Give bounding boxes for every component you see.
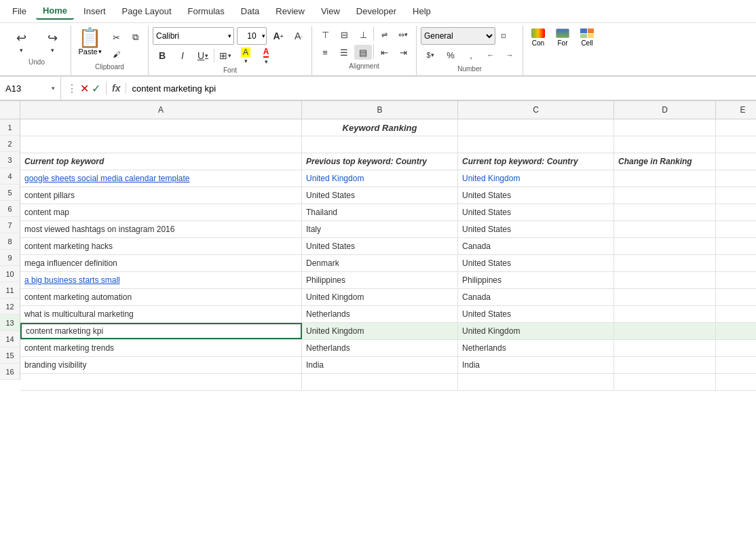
cell-c14[interactable]: Netherlands <box>458 340 614 356</box>
cell-c16[interactable] <box>458 374 614 390</box>
font-name-input[interactable] <box>153 27 234 45</box>
col-header-d[interactable]: D <box>614 101 716 119</box>
number-format-select[interactable]: General <box>421 27 495 45</box>
row-header-3[interactable]: 3 <box>0 152 20 168</box>
cell-a9[interactable]: mega influencer definition <box>20 255 302 271</box>
cell-d12[interactable] <box>614 306 716 322</box>
cell-a6[interactable]: content map <box>20 204 302 220</box>
cell-b2[interactable] <box>302 136 458 153</box>
cell-a8[interactable]: content marketing hacks <box>20 238 302 254</box>
conditional-formatting-button[interactable]: Con <box>527 27 549 48</box>
menu-developer[interactable]: Developer <box>349 3 403 19</box>
cell-e12[interactable] <box>716 306 756 322</box>
cell-a14[interactable]: content marketing trends <box>20 340 302 356</box>
cell-c13[interactable]: United Kingdom <box>458 323 614 339</box>
cell-a13[interactable]: content marketing kpi <box>20 323 302 339</box>
cell-c9[interactable]: United States <box>458 255 614 271</box>
cell-d3[interactable]: Change in Ranking <box>614 153 716 170</box>
border-dropdown-arrow[interactable]: ▾ <box>228 52 231 59</box>
row-header-1[interactable]: 1 <box>0 119 20 136</box>
font-color-dropdown-arrow[interactable]: ▾ <box>265 58 268 65</box>
menu-formulas[interactable]: Formulas <box>181 3 231 19</box>
row-header-6[interactable]: 6 <box>0 201 20 217</box>
bold-button[interactable]: B <box>153 47 172 64</box>
cell-c7[interactable]: United States <box>458 221 614 237</box>
undo-dropdown-arrow[interactable]: ▾ <box>20 47 23 54</box>
col-header-e[interactable]: E <box>716 101 756 119</box>
percent-button[interactable]: % <box>441 47 460 62</box>
cell-a16[interactable] <box>20 374 302 390</box>
menu-help[interactable]: Help <box>406 3 438 19</box>
align-bottom-button[interactable]: ⊥ <box>354 27 372 42</box>
cell-d9[interactable] <box>614 255 716 271</box>
cell-e15[interactable] <box>716 357 756 373</box>
align-center-button[interactable]: ☰ <box>335 45 353 60</box>
cell-a10[interactable]: a big business starts small <box>20 272 302 288</box>
merge-dropdown-arrow[interactable]: ▾ <box>404 31 408 38</box>
cell-d1[interactable] <box>614 119 716 136</box>
wrap-text-button[interactable]: ⇌ <box>375 27 393 42</box>
cell-reference-box[interactable]: A13 ▾ <box>0 77 61 100</box>
accounting-button[interactable]: $ ▾ <box>421 47 440 62</box>
cell-a3[interactable]: Current top keyword <box>20 153 302 170</box>
cell-b6[interactable]: Thailand <box>302 204 458 220</box>
cell-b11[interactable]: United Kingdom <box>302 289 458 305</box>
col-header-a[interactable]: A <box>20 101 302 119</box>
cell-d15[interactable] <box>614 357 716 373</box>
row-header-7[interactable]: 7 <box>0 217 20 233</box>
row-header-15[interactable]: 15 <box>0 347 20 364</box>
merge-button[interactable]: ⇔ ▾ <box>394 27 412 42</box>
format-as-table-button[interactable]: For <box>552 27 573 48</box>
menu-home[interactable]: Home <box>36 3 74 20</box>
cell-d2[interactable] <box>614 136 716 153</box>
increase-indent-button[interactable]: ⇥ <box>394 45 412 60</box>
cell-b7[interactable]: Italy <box>302 221 458 237</box>
cell-e3[interactable] <box>716 153 756 170</box>
cell-c3[interactable]: Current top keyword: Country <box>458 153 614 170</box>
decrease-decimal-button[interactable]: ← <box>482 47 499 62</box>
col-header-c[interactable]: C <box>458 101 614 119</box>
font-color-button[interactable]: A ▾ <box>257 47 276 64</box>
fill-dropdown-arrow[interactable]: ▾ <box>244 58 248 64</box>
row-header-8[interactable]: 8 <box>0 233 20 250</box>
cell-b5[interactable]: United States <box>302 187 458 204</box>
cell-e14[interactable] <box>716 340 756 356</box>
cell-e4[interactable] <box>716 170 756 187</box>
menu-insert[interactable]: Insert <box>77 3 113 19</box>
formula-menu-button[interactable]: ⋮ <box>67 82 77 95</box>
cell-d5[interactable] <box>614 187 716 204</box>
cell-e6[interactable] <box>716 204 756 220</box>
cell-b4[interactable]: United Kingdom <box>302 170 458 187</box>
row-header-4[interactable]: 4 <box>0 168 20 185</box>
row-header-13[interactable]: 13 <box>0 315 20 331</box>
formula-confirm-button[interactable]: ✓ <box>92 82 100 95</box>
align-right-button[interactable]: ▤ <box>354 45 372 60</box>
formula-input[interactable] <box>126 77 756 100</box>
menu-view[interactable]: View <box>314 3 347 19</box>
cell-c2[interactable] <box>458 136 614 153</box>
comma-button[interactable]: , <box>461 47 480 62</box>
cell-b15[interactable]: India <box>302 357 458 373</box>
cell-d16[interactable] <box>614 374 716 390</box>
fill-color-button[interactable]: A ▾ <box>236 47 255 64</box>
redo-dropdown-arrow[interactable]: ▾ <box>51 47 54 54</box>
cell-b13[interactable]: United Kingdom <box>302 323 458 339</box>
border-button[interactable]: ⊞ ▾ <box>216 47 235 64</box>
cell-e5[interactable] <box>716 187 756 204</box>
cell-a11[interactable]: content marketing automation <box>20 289 302 305</box>
number-format-expand-button[interactable]: ⊡ <box>497 28 510 44</box>
cell-e2[interactable] <box>716 136 756 153</box>
format-painter-button[interactable]: 🖌 <box>107 47 125 62</box>
row-header-16[interactable]: 16 <box>0 364 20 380</box>
cell-d7[interactable] <box>614 221 716 237</box>
cell-e16[interactable] <box>716 374 756 390</box>
cell-d11[interactable] <box>614 289 716 305</box>
row-header-2[interactable]: 2 <box>0 136 20 152</box>
cut-button[interactable]: ✂ <box>107 30 125 45</box>
decrease-font-button[interactable]: A- <box>290 28 307 44</box>
cell-a4[interactable]: google sheets social media calendar temp… <box>20 170 302 187</box>
cell-b3[interactable]: Previous top keyword: Country <box>302 153 458 170</box>
increase-decimal-button[interactable]: → <box>501 47 518 62</box>
cell-e7[interactable] <box>716 221 756 237</box>
underline-button[interactable]: U ▾ <box>193 47 212 64</box>
